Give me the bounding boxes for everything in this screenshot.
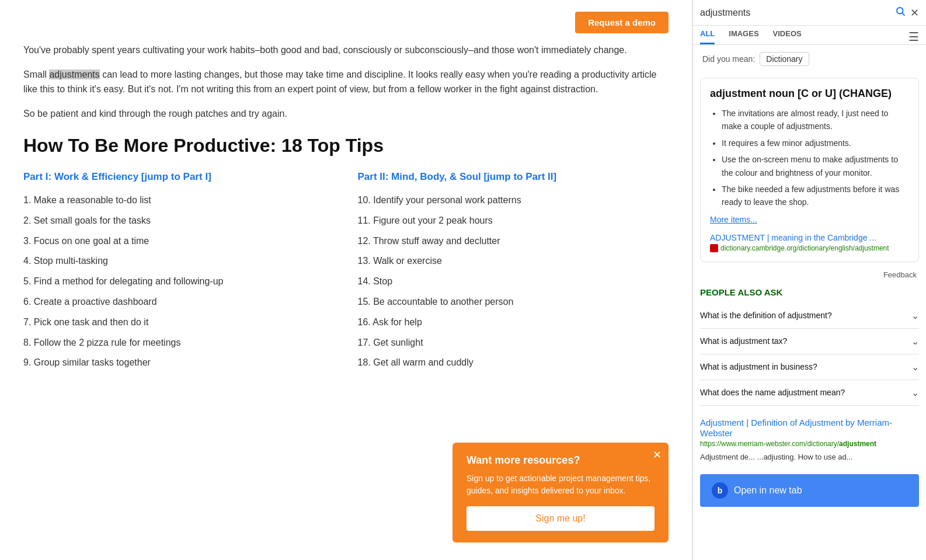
col2-items: 10. Identify your personal work patterns… xyxy=(358,192,669,371)
search-panel: ✕ ALL IMAGES VIDEOS ☰ Did you mean: Dict… xyxy=(692,0,926,560)
list-item: 9. Group similar tasks together xyxy=(23,354,335,371)
svg-point-0 xyxy=(897,8,903,14)
intro-para2-pre: Small xyxy=(23,69,49,79)
did-you-mean-badge[interactable]: Dictionary xyxy=(760,52,809,66)
article-body: You've probably spent years cultivating … xyxy=(23,43,669,121)
bing-icon: b xyxy=(712,482,728,499)
tabs-bar: ALL IMAGES VIDEOS ☰ xyxy=(693,26,926,45)
popup-close-button[interactable]: ✕ xyxy=(653,448,662,461)
cambridge-link-wrapper: ADJUSTMENT | meaning in the Cambridge ..… xyxy=(710,232,909,252)
people-also-ask-section: PEOPLE ALSO ASK What is the definition o… xyxy=(700,287,919,406)
intro-para1: You've probably spent years cultivating … xyxy=(23,43,669,58)
list-item: 14. Stop xyxy=(358,273,669,290)
popup-desc: Sign up to get actionable project manage… xyxy=(467,472,655,497)
cambridge-link[interactable]: ADJUSTMENT | meaning in the Cambridge ..… xyxy=(710,233,876,242)
top-bar: Request a demo xyxy=(23,12,669,43)
ask-item-4[interactable]: What does the name adjustment mean? ⌄ xyxy=(700,380,919,406)
tab-all[interactable]: ALL xyxy=(700,29,715,44)
did-you-mean-row: Did you mean: Dictionary xyxy=(693,45,926,73)
popup-banner: ✕ Want more resources? Sign up to get ac… xyxy=(452,443,669,542)
main-heading: How To Be More Productive: 18 Top Tips xyxy=(23,135,669,156)
intro-para2-post: can lead to more lasting changes, but th… xyxy=(23,69,657,95)
ask-item-1[interactable]: What is the definition of adjustment? ⌄ xyxy=(700,303,919,329)
column-1: Part I: Work & Efficiency [jump to Part … xyxy=(23,168,335,375)
dict-example: The invitations are almost ready, I just… xyxy=(722,107,909,133)
feedback-row[interactable]: Feedback xyxy=(693,267,926,283)
highlight-adjustments: adjustments xyxy=(49,69,99,79)
list-item: 10. Identify your personal work patterns xyxy=(358,192,669,209)
cambridge-favicon-icon xyxy=(710,244,718,252)
search-bar: ✕ xyxy=(693,0,926,26)
col1-header[interactable]: Part I: Work & Efficiency [jump to Part … xyxy=(23,168,335,186)
list-item: 1. Make a reasonable to-do list xyxy=(23,192,335,209)
list-item: 4. Stop multi-tasking xyxy=(23,253,335,270)
chevron-down-icon: ⌄ xyxy=(911,336,919,347)
list-item: 13. Walk or exercise xyxy=(358,253,669,270)
ask-item-text: What does the name adjustment mean? xyxy=(700,388,845,397)
dict-example: The bike needed a few adjustments before… xyxy=(722,183,909,209)
chevron-down-icon: ⌄ xyxy=(911,361,919,373)
people-also-ask-title: PEOPLE ALSO ASK xyxy=(700,287,919,297)
ask-item-text: What is adjustment in business? xyxy=(700,362,817,371)
list-item: 16. Ask for help xyxy=(358,314,669,331)
request-demo-button[interactable]: Request a demo xyxy=(575,12,669,33)
merriam-webster-result: Adjustment | Definition of Adjustment by… xyxy=(700,418,919,463)
dict-examples-list: The invitations are almost ready, I just… xyxy=(710,107,909,209)
list-item: 17. Get sunlight xyxy=(358,335,669,352)
ask-item-3[interactable]: What is adjustment in business? ⌄ xyxy=(700,354,919,380)
list-item: 11. Figure out your 2 peak hours xyxy=(358,213,669,229)
more-items-link[interactable]: More items... xyxy=(710,215,909,224)
ask-item-2[interactable]: What is adjustment tax? ⌄ xyxy=(700,329,919,354)
mw-title: Adjustment | Definition of Adjustment by… xyxy=(700,418,919,439)
list-item: 8. Follow the 2 pizza rule for meetings xyxy=(23,335,335,352)
mw-url: https://www.merriam-webster.com/dictiona… xyxy=(700,440,919,448)
mw-url-pre: https://www.merriam-webster.com/dictiona… xyxy=(700,440,839,448)
svg-line-1 xyxy=(902,13,904,15)
dict-noun: adjustment noun [C or U] (CHANGE) xyxy=(710,88,909,100)
two-column-list: Part I: Work & Efficiency [jump to Part … xyxy=(23,168,669,375)
dict-example: It requires a few minor adjustments. xyxy=(722,137,909,149)
mw-url-bold: adjustment xyxy=(839,440,876,448)
popup-signup-button[interactable]: Sign me up! xyxy=(467,506,655,531)
cambridge-url-text: dictionary.cambridge.org/dictionary/engl… xyxy=(720,244,889,252)
tabs-menu-button[interactable]: ☰ xyxy=(908,30,919,44)
search-icon-button[interactable] xyxy=(895,6,906,19)
list-item: 7. Pick one task and then do it xyxy=(23,314,335,331)
dictionary-card: adjustment noun [C or U] (CHANGE) The in… xyxy=(700,78,919,262)
mw-snippet: Adjustment de... ...adjusting. How to us… xyxy=(700,451,919,463)
ask-item-text: What is adjustment tax? xyxy=(700,336,787,346)
open-new-tab-label: Open in new tab xyxy=(734,485,802,496)
tab-videos[interactable]: VIDEOS xyxy=(773,29,802,44)
search-input[interactable] xyxy=(700,8,890,18)
list-item: 5. Find a method for delegating and foll… xyxy=(23,273,335,290)
ask-item-text: What is the definition of adjustment? xyxy=(700,311,832,320)
list-item: 12. Throw stuff away and declutter xyxy=(358,233,669,250)
tab-images[interactable]: IMAGES xyxy=(729,29,758,44)
col2-header[interactable]: Part II: Mind, Body, & Soul [jump to Par… xyxy=(358,168,669,186)
col1-items: 1. Make a reasonable to-do list 2. Set s… xyxy=(23,192,335,371)
list-item: 3. Focus on one goal at a time xyxy=(23,233,335,250)
column-2: Part II: Mind, Body, & Soul [jump to Par… xyxy=(358,168,669,375)
intro-para3: So be patient and kind through the rough… xyxy=(23,106,669,121)
search-close-button[interactable]: ✕ xyxy=(910,6,919,19)
dict-example: Use the on-screen menu to make adjustmen… xyxy=(722,153,909,179)
mw-link[interactable]: Adjustment | Definition of Adjustment by… xyxy=(700,418,892,438)
intro-para2: Small adjustments can lead to more lasti… xyxy=(23,67,669,97)
list-item: 18. Get all warm and cuddly xyxy=(358,354,669,371)
article-panel: Request a demo You've probably spent yea… xyxy=(0,0,692,560)
popup-title: Want more resources? xyxy=(467,454,655,467)
cambridge-url: dictionary.cambridge.org/dictionary/engl… xyxy=(710,244,909,252)
did-you-mean-label: Did you mean: xyxy=(702,54,755,64)
list-item: 2. Set small goals for the tasks xyxy=(23,213,335,229)
open-new-tab-bar[interactable]: b Open in new tab xyxy=(700,474,919,507)
list-item: 15. Be accountable to another person xyxy=(358,294,669,311)
chevron-down-icon: ⌄ xyxy=(911,310,919,321)
list-item: 6. Create a proactive dashboard xyxy=(23,294,335,311)
chevron-down-icon: ⌄ xyxy=(911,387,919,398)
